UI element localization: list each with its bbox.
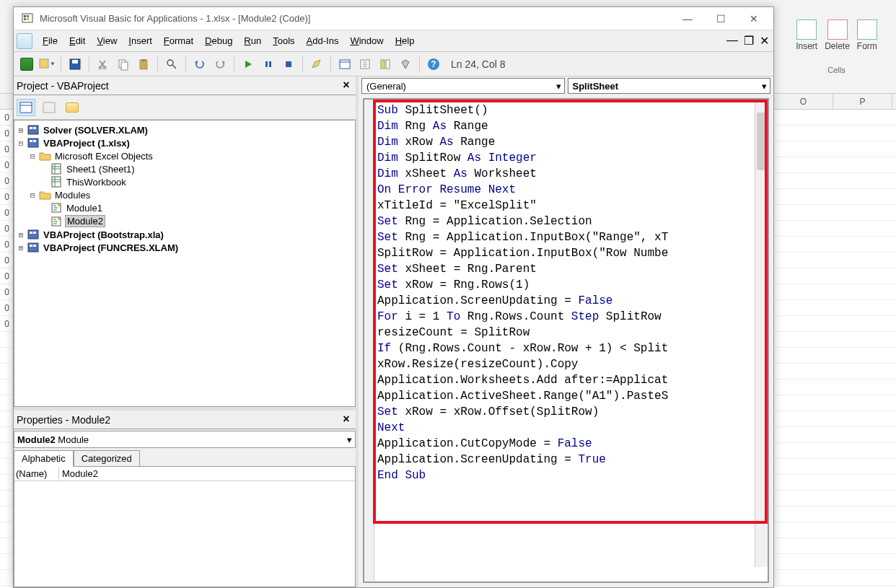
tree-label: VBAProject (Bootstrap.xla) — [42, 229, 165, 240]
properties-grid[interactable]: (Name)Module2 — [14, 467, 356, 587]
vba-app-icon — [21, 12, 35, 26]
svg-rect-18 — [286, 61, 291, 67]
code-object-dropdown[interactable]: (General) ▾ — [361, 78, 565, 94]
maximize-button[interactable]: ☐ — [704, 8, 737, 30]
project-panel-close-button[interactable]: × — [340, 79, 353, 92]
properties-panel-close-button[interactable]: × — [340, 413, 353, 426]
expand-toggle[interactable]: ⊟ — [27, 152, 38, 161]
code-object-value: (General) — [366, 81, 406, 92]
run-button[interactable] — [240, 56, 257, 73]
properties-object-type: Module — [58, 434, 89, 445]
insert-dropdown-button[interactable]: ▼ — [38, 56, 56, 73]
ribbon-format-button[interactable]: Form — [857, 19, 877, 51]
object-browser-button[interactable] — [377, 56, 394, 73]
properties-object-combo[interactable]: Module2 Module ▾ — [14, 431, 356, 448]
chevron-down-icon: ▾ — [762, 81, 767, 92]
code-editor[interactable]: Sub SplitSheet() Dim Rng As Range Dim xR… — [363, 98, 769, 583]
tree-node[interactable]: ⊟Modules — [16, 188, 353, 201]
redo-button[interactable] — [211, 56, 229, 73]
expand-toggle[interactable]: ⊟ — [27, 190, 38, 200]
svg-rect-17 — [269, 61, 271, 67]
view-code-button[interactable] — [17, 99, 35, 116]
property-value[interactable]: Module2 — [59, 467, 355, 481]
menu-tools[interactable]: Tools — [267, 32, 300, 49]
properties-tab-alphabetic[interactable]: Alphabetic — [14, 450, 74, 467]
tree-node[interactable]: ⊟VBAProject (1.xlsx) — [16, 136, 353, 149]
menu-debug[interactable]: Debug — [199, 32, 238, 49]
expand-toggle[interactable]: ⊞ — [16, 230, 26, 240]
tree-node[interactable]: Module1 — [16, 201, 353, 214]
undo-button[interactable] — [191, 56, 208, 73]
tree-node[interactable]: ⊞Solver (SOLVER.XLAM) — [16, 123, 353, 136]
mdi-close-button[interactable]: ✕ — [760, 34, 769, 48]
menu-help[interactable]: Help — [390, 32, 421, 49]
menu-view[interactable]: View — [91, 32, 123, 49]
project-explorer-button[interactable] — [336, 56, 353, 73]
minimize-button[interactable]: — — [671, 8, 704, 30]
tree-node[interactable]: ⊞VBAProject (FUNCRES.XLAM) — [16, 241, 353, 254]
svg-rect-11 — [121, 62, 128, 70]
menu-run[interactable]: Run — [238, 32, 267, 49]
properties-panel-header[interactable]: Properties - Module2 × — [14, 411, 356, 429]
tree-node[interactable]: ⊟Microsoft Excel Objects — [16, 149, 353, 162]
cursor-position: Ln 24, Col 8 — [451, 58, 506, 70]
col-header-P[interactable]: P — [833, 94, 892, 109]
tree-label: ThisWorkbook — [65, 177, 128, 188]
menu-format[interactable]: Format — [158, 32, 199, 49]
save-button[interactable] — [66, 56, 84, 73]
toolbar: ▼ ? Ln 24, Col 8 — [14, 52, 773, 76]
menubar: FileEditViewInsertFormatDebugRunToolsAdd… — [14, 30, 773, 52]
expand-toggle[interactable]: ⊟ — [16, 139, 26, 148]
paste-button[interactable] — [135, 56, 152, 73]
code-vertical-scrollbar[interactable] — [755, 100, 768, 567]
project-panel-header[interactable]: Project - VBAProject × — [14, 76, 356, 95]
tree-label: Solver (SOLVER.XLAM) — [42, 125, 149, 136]
menu-file[interactable]: File — [37, 32, 63, 49]
chevron-down-icon: ▾ — [556, 81, 561, 92]
expand-toggle[interactable]: ⊞ — [16, 126, 26, 135]
toggle-folders-button[interactable] — [63, 99, 82, 116]
properties-window-button[interactable] — [356, 56, 374, 73]
find-button[interactable] — [163, 56, 180, 73]
ribbon-delete-button[interactable]: Delete — [825, 19, 850, 51]
project-tree[interactable]: ⊞Solver (SOLVER.XLAM)⊟VBAProject (1.xlsx… — [14, 120, 356, 407]
close-button[interactable]: ✕ — [737, 8, 770, 30]
menu-window[interactable]: Window — [344, 32, 389, 49]
svg-rect-30 — [30, 127, 32, 129]
vba-icon — [27, 229, 40, 240]
svg-rect-31 — [33, 127, 36, 129]
mdi-minimize-button[interactable]: — — [726, 34, 738, 48]
toolbox-button[interactable] — [397, 56, 414, 73]
system-menu-icon[interactable] — [17, 33, 32, 49]
tree-node[interactable]: Module2 — [16, 214, 353, 228]
menu-edit[interactable]: Edit — [63, 32, 91, 49]
expand-toggle[interactable]: ⊞ — [16, 243, 26, 253]
properties-object-name: Module2 — [17, 434, 56, 445]
properties-tab-categorized[interactable]: Categorized — [74, 450, 140, 467]
scrollbar-thumb[interactable] — [757, 113, 766, 170]
vba-icon — [27, 124, 40, 136]
design-mode-button[interactable] — [308, 56, 325, 73]
copy-button[interactable] — [115, 56, 132, 73]
code-procedure-dropdown[interactable]: SplitSheet ▾ — [568, 78, 771, 94]
tree-node[interactable]: Sheet1 (Sheet1) — [16, 162, 353, 175]
sheet-icon — [50, 163, 63, 175]
svg-rect-7 — [72, 60, 78, 63]
tree-node[interactable]: ⊞VBAProject (Bootstrap.xla) — [16, 228, 353, 241]
menu-insert[interactable]: Insert — [123, 32, 158, 49]
help-button[interactable]: ? — [425, 56, 442, 73]
col-header-O[interactable]: O — [774, 94, 833, 109]
view-object-button[interactable] — [40, 99, 58, 116]
titlebar[interactable]: Microsoft Visual Basic for Applications … — [14, 7, 773, 30]
svg-rect-5 — [40, 59, 48, 68]
cut-button[interactable] — [95, 56, 112, 73]
break-button[interactable] — [260, 56, 277, 73]
reset-button[interactable] — [280, 56, 297, 73]
svg-point-44 — [58, 203, 61, 206]
mdi-restore-button[interactable]: ❐ — [744, 34, 754, 48]
tree-node[interactable]: ThisWorkbook — [16, 175, 353, 188]
view-excel-button[interactable] — [18, 56, 35, 73]
menu-add-ins[interactable]: Add-Ins — [301, 32, 345, 49]
svg-rect-19 — [340, 60, 350, 69]
ribbon-insert-button[interactable]: Insert — [796, 19, 817, 51]
